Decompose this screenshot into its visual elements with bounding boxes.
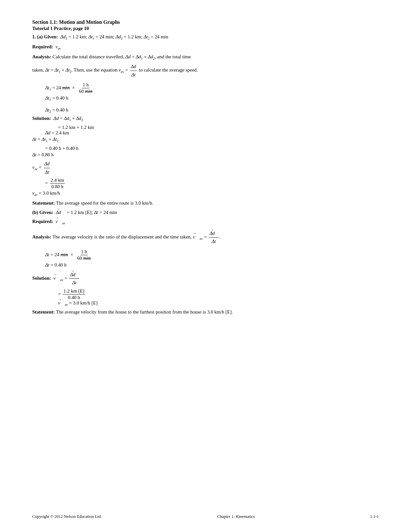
problem-1a-required: Required: vav (32, 43, 379, 51)
statement-1b: Statement: The average velocity from the… (32, 308, 379, 316)
eq-1b-dt-result: Δt = 0.40 h (45, 262, 379, 268)
copyright-text: Copyright © 2012 Nelson Education Ltd. (32, 514, 102, 519)
statement-1a: Statement: The average speed for the ent… (32, 199, 379, 207)
solution-label-1b: Solution: vav = Δd Δt (32, 271, 379, 286)
page-content: Section 1.1: Motion and Motion Graphs Tu… (32, 19, 379, 315)
solution-label-1a: Solution: Δd = Δd1 + Δd2 (32, 115, 379, 123)
solution-1a-step2: Δd = 2.4 km (45, 130, 379, 136)
solution-1a-step1: = 1.2 km + 1.2 km (58, 125, 379, 130)
solution-1b-result: vav = 3.0 km/h [E] (58, 300, 379, 306)
problem-1a-given: 1. (a) Given: Δd1 = 1.2 km; Δt1 = 24 min… (32, 33, 379, 41)
eq-delta-t1-result: Δt1 = 0.40 h (45, 95, 379, 102)
footer: Copyright © 2012 Nelson Education Ltd. C… (32, 514, 379, 519)
solution-1a-vav-num: = 2.4 km 0.80 h (45, 178, 379, 189)
solution-1a-vav-eq: vav = Δd Δt (32, 160, 379, 176)
problem-1b-analysis: Analysis: The average velocity is the ra… (32, 230, 379, 245)
solution-1a-dt-result: Δt = 0.80 h (32, 151, 379, 159)
solution-1a-dt: Δt = Δt1 + Δt2 (32, 136, 379, 144)
tutorial-label: Tutorial 1 Practice, page 10 (32, 26, 379, 31)
eq-1b-dt-convert: Δt = 24 min × 1 h 60 min (45, 249, 379, 261)
solution-1a-dt-step1: = 0.40 h + 0.40 h (45, 146, 379, 151)
problem-1a-analysis: Analysis: Calculate the total distance t… (32, 53, 379, 61)
problem-1b-required: Required: vav (32, 218, 379, 226)
section-title: Section 1.1: Motion and Motion Graphs (32, 19, 379, 25)
page-number: 1.1-1 (370, 514, 379, 519)
chapter-label: Chapter 1: Kinematics (217, 514, 255, 519)
problem-1a-analysis2: taken, Δt = Δt1 + Δt2. Then, use the equ… (32, 63, 379, 78)
eq-delta-t1-convert: Δt1 = 24 min × 1 h 60 min (45, 82, 379, 94)
solution-1b-step1: = 1.2 km [E] 0.40 h (58, 288, 379, 300)
solution-1a-vav-result: vav = 3.0 km/h (32, 189, 379, 198)
problem-1b-given: (b) Given: Δd = 1.2 km [E]; Δt = 24 min (32, 209, 379, 216)
eq-delta-t2-result: Δt2 = 0.40 h (45, 107, 379, 113)
